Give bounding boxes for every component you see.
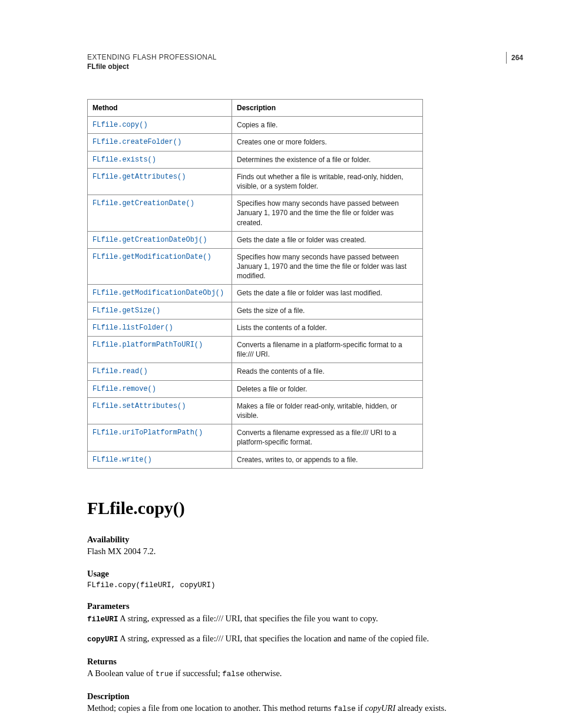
param-text-fileuri: A string, expressed as a file:/// URI, t… bbox=[118, 614, 378, 623]
method-link[interactable]: FLfile.listFolder() bbox=[88, 319, 232, 336]
table-row: FLfile.getAttributes()Finds out whether … bbox=[88, 168, 423, 195]
method-description: Converts a filename in a platform-specif… bbox=[232, 337, 423, 363]
description-text: Method; copies a file from one location … bbox=[87, 703, 475, 714]
method-description: Converts a filename expressed as a file:… bbox=[232, 424, 423, 451]
header-subtitle: FLfile object bbox=[87, 62, 475, 71]
method-link[interactable]: FLfile.getCreationDateObj() bbox=[88, 231, 232, 248]
param-name-fileuri: fileURI bbox=[87, 615, 118, 624]
method-description: Gets the date a file or folder was last … bbox=[232, 285, 423, 302]
table-row: FLfile.getCreationDateObj()Gets the date… bbox=[88, 231, 423, 248]
description-head: Description bbox=[87, 691, 475, 701]
method-link[interactable]: FLfile.read() bbox=[88, 363, 232, 380]
section-title: FLfile.copy() bbox=[87, 498, 475, 518]
method-link[interactable]: FLfile.platformPathToURI() bbox=[88, 337, 232, 363]
method-description: Copies a file. bbox=[232, 117, 423, 134]
returns-post: otherwise. bbox=[244, 668, 282, 678]
usage-code: FLfile.copy(fileURI, copyURI) bbox=[87, 581, 475, 589]
method-description: Gets the size of a file. bbox=[232, 302, 423, 319]
table-row: FLfile.uriToPlatformPath()Converts a fil… bbox=[88, 424, 423, 451]
table-row: FLfile.createFolder()Creates one or more… bbox=[88, 134, 423, 151]
availability-head: Availability bbox=[87, 535, 475, 545]
document-page: 264 EXTENDING FLASH PROFESSIONAL FLfile … bbox=[0, 0, 562, 728]
method-description: Reads the contents of a file. bbox=[232, 363, 423, 380]
usage-head: Usage bbox=[87, 569, 475, 579]
table-row: FLfile.write()Creates, writes to, or app… bbox=[88, 451, 423, 468]
col-header-description: Description bbox=[232, 100, 423, 117]
methods-table: Method Description FLfile.copy()Copies a… bbox=[87, 99, 423, 469]
table-row: FLfile.read()Reads the contents of a fil… bbox=[88, 363, 423, 380]
method-link[interactable]: FLfile.write() bbox=[88, 451, 232, 468]
method-description: Creates, writes to, or appends to a file… bbox=[232, 451, 423, 468]
method-description: Deletes a file or folder. bbox=[232, 380, 423, 397]
table-row: FLfile.exists()Determines the existence … bbox=[88, 151, 423, 168]
method-description: Makes a file or folder read-only, writab… bbox=[232, 397, 423, 424]
returns-mid: if successful; bbox=[173, 668, 222, 678]
page-number: 264 bbox=[506, 52, 523, 64]
table-row: FLfile.getCreationDate()Specifies how ma… bbox=[88, 195, 423, 232]
returns-false: false bbox=[222, 670, 244, 678]
method-link[interactable]: FLfile.getModificationDate() bbox=[88, 248, 232, 285]
method-link[interactable]: FLfile.getSize() bbox=[88, 302, 232, 319]
method-description: Finds out whether a file is writable, re… bbox=[232, 168, 423, 195]
method-link[interactable]: FLfile.exists() bbox=[88, 151, 232, 168]
table-row: FLfile.platformPathToURI()Converts a fil… bbox=[88, 337, 423, 363]
method-description: Specifies how many seconds have passed b… bbox=[232, 248, 423, 285]
param-text-copyuri: A string, expressed as a file:/// URI, t… bbox=[118, 634, 429, 643]
method-link[interactable]: FLfile.remove() bbox=[88, 380, 232, 397]
param-name-copyuri: copyURI bbox=[87, 635, 118, 644]
method-link[interactable]: FLfile.setAttributes() bbox=[88, 397, 232, 424]
description-pre: Method; copies a file from one location … bbox=[87, 703, 333, 713]
table-header-row: Method Description bbox=[88, 100, 423, 117]
description-post: already exists. bbox=[395, 703, 447, 713]
description-false: false bbox=[333, 705, 356, 713]
table-row: FLfile.getSize()Gets the size of a file. bbox=[88, 302, 423, 319]
method-link[interactable]: FLfile.getAttributes() bbox=[88, 168, 232, 195]
description-mid: if bbox=[356, 703, 365, 713]
method-link[interactable]: FLfile.copy() bbox=[88, 117, 232, 134]
method-description: Determines the existence of a file or fo… bbox=[232, 151, 423, 168]
returns-head: Returns bbox=[87, 657, 475, 667]
param-fileuri: fileURI A string, expressed as a file://… bbox=[87, 612, 475, 625]
returns-text: A Boolean value of true if successful; f… bbox=[87, 668, 475, 680]
method-link[interactable]: FLfile.createFolder() bbox=[88, 134, 232, 151]
availability-text: Flash MX 2004 7.2. bbox=[87, 546, 475, 558]
returns-pre: A Boolean value of bbox=[87, 668, 156, 678]
method-description: Gets the date a file or folder was creat… bbox=[232, 231, 423, 248]
table-row: FLfile.listFolder()Lists the contents of… bbox=[88, 319, 423, 336]
method-description: Creates one or more folders. bbox=[232, 134, 423, 151]
method-link[interactable]: FLfile.getCreationDate() bbox=[88, 195, 232, 232]
method-link[interactable]: FLfile.getModificationDateObj() bbox=[88, 285, 232, 302]
parameters-head: Parameters bbox=[87, 601, 475, 611]
returns-true: true bbox=[156, 670, 173, 678]
table-row: FLfile.setAttributes()Makes a file or fo… bbox=[88, 397, 423, 424]
method-description: Specifies how many seconds have passed b… bbox=[232, 195, 423, 232]
table-row: FLfile.getModificationDate()Specifies ho… bbox=[88, 248, 423, 285]
header-title: EXTENDING FLASH PROFESSIONAL bbox=[87, 53, 475, 61]
description-copyuri: copyURI bbox=[365, 703, 396, 713]
method-link[interactable]: FLfile.uriToPlatformPath() bbox=[88, 424, 232, 451]
table-row: FLfile.getModificationDateObj()Gets the … bbox=[88, 285, 423, 302]
method-description: Lists the contents of a folder. bbox=[232, 319, 423, 336]
table-row: FLfile.copy()Copies a file. bbox=[88, 117, 423, 134]
page-header: EXTENDING FLASH PROFESSIONAL FLfile obje… bbox=[87, 53, 475, 71]
col-header-method: Method bbox=[88, 100, 232, 117]
table-row: FLfile.remove()Deletes a file or folder. bbox=[88, 380, 423, 397]
param-copyuri: copyURI A string, expressed as a file://… bbox=[87, 633, 475, 645]
